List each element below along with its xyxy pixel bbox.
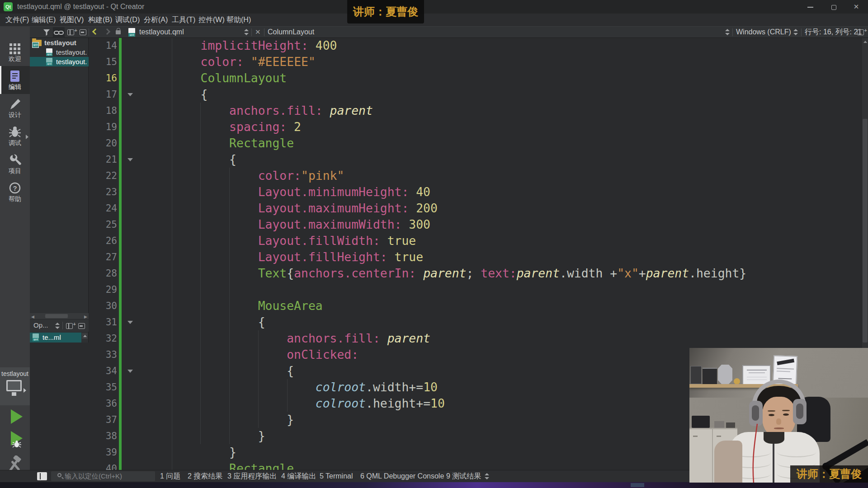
minimize-button[interactable] [800,0,820,14]
wrench-icon [9,154,21,166]
scrollbar-handle[interactable] [863,119,868,343]
kit-selector[interactable]: testlayout [0,367,30,405]
app-icon: Qt [4,2,13,11]
back-icon[interactable] [92,28,99,35]
instructor-banner-bottom: 讲师：夏曹俊 [790,465,868,483]
menu-8[interactable]: 控件(W) [198,14,225,26]
line-number: 26 [89,233,117,249]
code-line: } [172,412,294,428]
close-button[interactable]: ✕ [846,0,866,14]
code-line: ColumnLayout [172,70,287,86]
symbol-spinner-icon[interactable] [725,27,730,38]
svg-text:?: ? [13,184,17,192]
close-document-icon[interactable]: ✕ [255,27,261,38]
tree-item[interactable]: testlayout. [30,57,89,66]
mic-arm [689,348,868,483]
mode-6[interactable]: ?帮助 [0,178,30,206]
help-icon: ? [9,182,21,194]
code-line: { [172,363,294,379]
cursor-position-label: 行号: 16, 列号: 21 [805,27,862,38]
output-pane-button[interactable]: 9 测试结果 [446,470,481,482]
code-line: Layout.maximumHeight: 200 [172,200,438,216]
line-number: 19 [89,119,117,135]
od-close-icon[interactable] [78,323,85,329]
code-line: MouseArea [172,298,323,314]
code-line: } [172,444,236,460]
mode-1[interactable]: 欢迎 [0,38,30,66]
encoding-dropdown[interactable]: Windows (CRLF) [736,27,791,38]
line-number: 16 [89,70,117,86]
open-document-item[interactable]: te...ml [30,333,81,343]
title-bar: Qt testlayout.qml @ testlayout - Qt Crea… [0,0,868,14]
line-number: 14 [89,38,117,54]
project-tree-panel: testlayouttestlayout.testlayout. ◀ ▶ Op.… [30,38,89,470]
code-line: colroot.height+=10 [172,395,445,412]
od-scroll-up-icon[interactable] [82,333,88,339]
restore-button[interactable] [824,0,844,14]
collapse-icon[interactable] [80,29,86,35]
window-title: testlayout.qml @ testlayout - Qt Creator [17,0,144,14]
output-pane-button[interactable]: 3 应用程序输出 [227,470,277,482]
menu-3[interactable]: 视图(V) [60,14,84,26]
output-pane-button[interactable]: 1 问题 [160,470,180,482]
fold-marker-icon[interactable] [127,370,133,373]
line-number: 15 [89,54,117,70]
locator-input[interactable]: 输入以定位(Ctrl+K) [51,471,155,481]
fold-marker-icon[interactable] [127,93,133,96]
code-line: { [172,151,236,168]
od-split-icon[interactable] [66,323,73,329]
pane-spinner-icon[interactable] [55,320,60,331]
menu-1[interactable]: 文件(F) [5,14,29,26]
line-number: 29 [89,282,117,298]
forward-icon[interactable] [104,28,110,35]
pencil-icon [9,98,21,110]
split-icon[interactable] [67,29,74,35]
qt-creator-window: Qt testlayout.qml @ testlayout - Qt Crea… [0,0,868,488]
menu-bar: 文件(F)编辑(E)视图(V)构建(B)调试(D)分析(A)工具(T)控件(W)… [0,14,868,26]
debug-bug-icon [12,440,22,448]
menu-7[interactable]: 工具(T) [172,14,195,26]
menu-9[interactable]: 帮助(H) [226,14,251,26]
tree-item[interactable]: testlayout [30,38,89,47]
line-number: 39 [89,444,117,460]
document-dropdown[interactable]: testlayout.qml [139,27,184,38]
run-button[interactable] [11,409,23,424]
link-icon[interactable] [53,27,65,38]
split-editor-icon[interactable] [857,29,864,35]
mode-3[interactable]: 设计 [0,94,30,122]
output-pane-button[interactable]: 4 编译输出 [281,470,316,482]
mode-5[interactable]: 项目 [0,150,30,178]
line-number: 28 [89,265,117,282]
scroll-up-icon[interactable] [862,38,868,45]
code-line: Layout.minimumHeight: 40 [172,184,430,200]
output-pane-button[interactable]: 2 搜索结果 [188,470,222,482]
document-spinner-icon[interactable] [244,27,249,38]
fold-marker-icon[interactable] [127,158,133,161]
statusbar-spinner-icon[interactable] [485,471,489,482]
code-line: { [172,314,265,330]
qml-file-icon [128,28,135,37]
output-pane-toggle-icon[interactable] [37,472,47,480]
open-documents-header[interactable]: Op... [30,319,89,332]
menu-5[interactable]: 调试(D) [115,14,140,26]
menu-6[interactable]: 分析(A) [144,14,168,26]
mode-2[interactable]: 编辑 [0,66,30,94]
code-line: color: "#EEEEEE" [172,54,316,70]
fold-marker-icon[interactable] [127,321,133,324]
tree-item[interactable]: testlayout. [30,47,89,57]
output-pane-button[interactable]: 6 QML Debugger Console [360,470,444,482]
menu-4[interactable]: 构建(B) [88,14,112,26]
menu-2[interactable]: 编辑(E) [32,14,56,26]
output-pane-button[interactable]: 5 Terminal [320,470,353,482]
locator-placeholder: 输入以定位(Ctrl+K) [65,471,122,481]
instructor-banner-top: 讲师：夏曹俊 [347,0,424,23]
code-line: Layout.fillHeight: true [172,249,423,265]
horizontal-scrollbar[interactable]: ◀ ▶ [30,313,89,319]
encoding-spinner-icon[interactable] [793,27,798,38]
filter-icon[interactable] [43,29,51,36]
code-line: colroot.width+=10 [172,379,438,395]
debug-submenu-arrow[interactable] [26,135,28,139]
line-number: 40 [89,460,117,470]
taskbar-strip [0,482,868,488]
symbol-dropdown[interactable]: ColumnLayout [268,27,314,38]
